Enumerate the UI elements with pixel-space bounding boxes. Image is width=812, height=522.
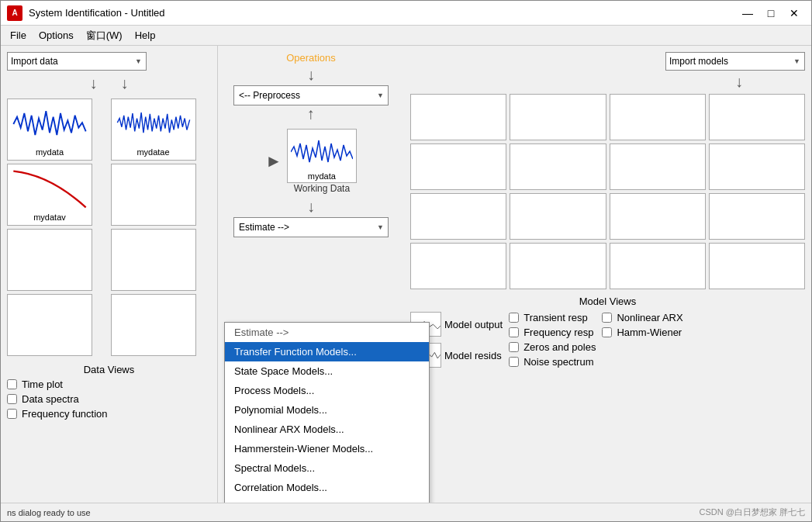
model-cell-3[interactable] [610,94,706,140]
model-cell-2[interactable] [510,94,606,140]
import-data-select[interactable]: Import data [7,52,147,71]
checkbox-nonlinear-arx[interactable]: Nonlinear ARX [602,312,682,323]
model-cell-5[interactable] [410,143,506,190]
preprocess-arrow-down: ↓ [307,67,315,82]
checkbox-frequency-resp[interactable]: Frequency resp [509,327,596,338]
checkbox-transient-resp-input[interactable] [509,313,519,323]
minimize-button[interactable]: — [737,5,758,22]
model-resids-label: Model resids [444,350,502,361]
checkbox-noise-spectrum[interactable]: Noise spectrum [509,356,596,368]
working-data-label: Working Data [294,183,350,194]
main-content: Import data ↓ ↓ [1,46,811,503]
arrow-down-right: ↓ [121,75,129,91]
data-cell-mydatae[interactable]: mydatae [111,99,196,161]
data-cell-mydata[interactable]: mydata [7,99,92,161]
model-cell-16[interactable] [709,243,805,289]
checkbox-noise-spectrum-input[interactable] [509,357,519,367]
data-grid: mydata mydatae [7,99,211,356]
dropdown-item-refine[interactable]: Refine Existing Models... [225,497,429,503]
dropdown-item-spectral[interactable]: Spectral Models... [225,458,429,478]
checkbox-time-plot[interactable]: Time plot [7,379,211,390]
checkbox-hamm-wiener-input[interactable] [602,327,612,337]
mydatae-plot [115,102,192,146]
checkbox-transient-resp-label: Transient resp [523,312,588,323]
working-section: ► mydata Working Data [265,129,357,194]
title-bar: A System Identification - Untitled — □ ✕ [1,1,811,26]
window-title: System Identification - Untitled [29,7,731,19]
models-arrow-down: ↓ [735,74,743,89]
models-arrow-row: ↓ [410,74,805,89]
data-cell-mydatav-label: mydatav [33,213,66,222]
svg-rect-2 [13,168,85,211]
watermark-text: CSDN @白日梦想家 胖七七 [700,506,805,518]
working-data-plot [291,133,353,171]
import-models-row: Import models [410,52,805,71]
data-arrows: ↓ ↓ [7,75,211,91]
model-views-col2: Nonlinear ARX Hamm-Wiener [602,312,682,338]
dropdown-item-process-models[interactable]: Process Models... [225,381,429,400]
model-cell-10[interactable] [510,193,606,240]
data-cell-empty-3[interactable] [111,229,196,291]
dropdown-item-transfer-function[interactable]: Transfer Function Models... [225,342,429,361]
checkbox-nonlinear-arx-input[interactable] [602,313,612,323]
checkbox-transient-resp[interactable]: Transient resp [509,312,596,323]
estimate-arrow-down: ↓ [307,199,315,214]
model-cell-8[interactable] [709,143,805,190]
model-cell-15[interactable] [610,243,706,289]
maximize-button[interactable]: □ [760,5,782,22]
checkbox-frequency-resp-input[interactable] [509,327,519,337]
model-cell-4[interactable] [709,94,805,140]
menu-bar: File Options 窗口(W) Help [1,26,811,46]
dropdown-item-correlation[interactable]: Correlation Models... [225,478,429,497]
data-views-title: Data Views [7,364,211,375]
data-cell-mydatav[interactable]: mydatav [7,164,92,226]
main-window: A System Identification - Untitled — □ ✕… [0,0,812,522]
right-panel: Import models ↓ [404,46,811,503]
data-cell-empty-4[interactable] [7,294,92,356]
checkbox-zeros-poles-input[interactable] [509,342,519,352]
menu-file[interactable]: File [4,28,33,43]
checkbox-hamm-wiener[interactable]: Hamm-Wiener [602,327,682,338]
working-arrow-right: ► [265,151,282,171]
checkbox-zeros-poles[interactable]: Zeros and poles [509,341,596,353]
working-arrow-up: ↓ [307,109,315,124]
estimate-select[interactable]: Estimate --> [233,217,389,237]
app-logo: A [7,5,22,21]
checkbox-zeros-poles-label: Zeros and poles [523,341,596,353]
import-data-row: Import data [7,52,211,71]
mydata-plot [11,102,88,146]
checkbox-frequency-function[interactable]: Frequency function [7,408,211,420]
menu-options[interactable]: Options [33,28,80,43]
preprocess-select[interactable]: <-- Preprocess [233,85,389,105]
working-data-box[interactable]: mydata [287,129,357,183]
model-cell-12[interactable] [709,193,805,240]
model-cell-11[interactable] [610,193,706,240]
operations-label: Operations [286,52,336,64]
data-cell-empty-2[interactable] [7,229,92,291]
import-models-select[interactable]: Import models [665,52,805,71]
import-models-wrapper: Import models [665,52,805,71]
menu-help[interactable]: Help [129,28,162,43]
data-cell-empty-5[interactable] [111,294,196,356]
menu-window[interactable]: 窗口(W) [80,27,129,44]
checkbox-data-spectra[interactable]: Data spectra [7,393,211,405]
dropdown-item-nonlinear-arx[interactable]: Nonlinear ARX Models... [225,420,429,439]
dropdown-item-hammerstein[interactable]: Hammerstein-Wiener Models... [225,439,429,458]
checkbox-time-plot-input[interactable] [7,379,17,389]
model-views-label: Model Views [410,296,805,307]
data-cell-empty-1[interactable] [111,164,196,226]
checkbox-data-spectra-label: Data spectra [22,393,79,405]
model-cell-1[interactable] [410,94,506,140]
left-panel: Import data ↓ ↓ [1,46,218,503]
dropdown-item-polynomial[interactable]: Polynomial Models... [225,400,429,420]
close-button[interactable]: ✕ [783,5,805,22]
checkbox-frequency-function-input[interactable] [7,409,17,419]
model-cell-9[interactable] [410,193,506,240]
model-cell-7[interactable] [610,143,706,190]
model-cell-14[interactable] [510,243,606,289]
preprocess-wrapper: <-- Preprocess [233,82,389,109]
checkbox-data-spectra-input[interactable] [7,394,17,404]
dropdown-item-state-space[interactable]: State Space Models... [225,361,429,381]
model-cell-6[interactable] [510,143,606,190]
model-cell-13[interactable] [410,243,506,289]
